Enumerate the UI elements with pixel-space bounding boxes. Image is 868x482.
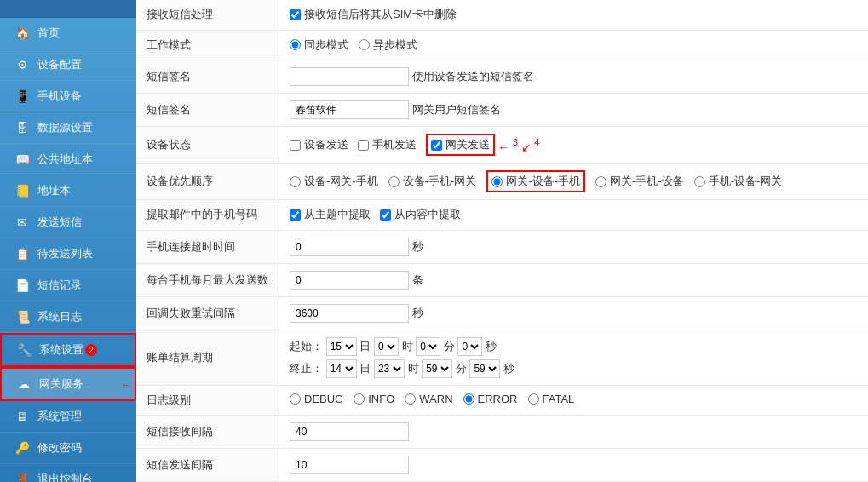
log-debug-label[interactable]: DEBUG bbox=[290, 393, 343, 405]
priority-gateway-phone-device[interactable]: 网关-手机-设备 bbox=[595, 174, 684, 189]
phone-send-text: 手机发送 bbox=[372, 137, 417, 152]
phone-send-label[interactable]: 手机发送 bbox=[358, 137, 417, 152]
priority-radio-3[interactable] bbox=[491, 176, 503, 187]
row-work-mode: 工作模式 同步模式 异步模式 bbox=[136, 30, 868, 60]
sidebar-item-system-settings[interactable]: 🔧 系统设置 2 bbox=[0, 333, 136, 367]
billing-end-min[interactable]: 59 bbox=[422, 359, 452, 378]
sms-sign-device-input[interactable] bbox=[290, 67, 409, 86]
log-fatal-radio[interactable] bbox=[528, 393, 539, 405]
sync-mode-radio[interactable] bbox=[290, 39, 301, 50]
retry-interval-unit: 秒 bbox=[412, 307, 423, 319]
num4-annotation: 4 bbox=[534, 137, 539, 147]
log-debug-radio[interactable] bbox=[290, 393, 301, 405]
billing-start-sec[interactable]: 0 bbox=[457, 337, 482, 356]
label-sms-send-interval: 短信发送间隔 bbox=[136, 448, 279, 481]
log-error-label[interactable]: ERROR bbox=[463, 393, 518, 405]
sms-receive-checkbox-label[interactable]: 接收短信后将其从SIM卡中删除 bbox=[290, 7, 457, 22]
billing-end-day[interactable]: 14 bbox=[326, 359, 357, 378]
log-fatal-label[interactable]: FATAL bbox=[528, 393, 575, 405]
row-log-level: 日志级别 DEBUG INFO WARN bbox=[136, 385, 868, 415]
row-billing-cycle: 账单结算周期 起始： 15 日 0 时 0 分 0 秒 终止： bbox=[136, 330, 868, 385]
priority-gateway-device-phone[interactable]: 网关-设备-手机 bbox=[491, 174, 580, 189]
sidebar-item-datasource[interactable]: 🗄 数据源设置 bbox=[0, 112, 136, 144]
log-info-radio[interactable] bbox=[354, 393, 365, 405]
phone-send-checkbox[interactable] bbox=[358, 140, 369, 151]
sidebar-item-change-password[interactable]: 🔑 修改密码 bbox=[0, 433, 136, 464]
sidebar-item-system-manage[interactable]: 🖥 系统管理 bbox=[0, 401, 136, 433]
sidebar-item-phone-device[interactable]: 📱 手机设备 bbox=[0, 81, 136, 112]
priority-radio-1[interactable] bbox=[290, 176, 301, 187]
row-phone-timeout: 手机连接超时时间 秒 bbox=[136, 230, 868, 263]
sidebar-item-device-config[interactable]: ⚙ 设备配置 bbox=[0, 49, 136, 81]
value-sms-send-interval bbox=[279, 448, 869, 481]
log-warn-label[interactable]: WARN bbox=[405, 393, 452, 405]
phone-timeout-unit: 秒 bbox=[412, 240, 423, 253]
log-warn-radio[interactable] bbox=[405, 393, 416, 405]
label-sms-receive: 接收短信处理 bbox=[136, 0, 279, 30]
billing-end-sec[interactable]: 59 bbox=[469, 359, 500, 378]
sms-sign-gateway-input[interactable] bbox=[290, 100, 409, 119]
main-content: 接收短信处理 接收短信后将其从SIM卡中删除 工作模式 同步模式 bbox=[136, 0, 868, 482]
sidebar-item-system-log[interactable]: 📜 系统日志 bbox=[0, 301, 136, 333]
billing-start-hour[interactable]: 0 bbox=[374, 337, 399, 356]
label-sms-sign-gateway: 短信签名 bbox=[136, 94, 279, 127]
max-send-input[interactable] bbox=[290, 271, 409, 290]
priority-radio-4[interactable] bbox=[595, 176, 606, 187]
billing-start-label: 起始： bbox=[290, 340, 323, 353]
sidebar-item-public-contacts[interactable]: 📖 公共地址本 bbox=[0, 144, 136, 175]
async-mode-radio[interactable] bbox=[359, 39, 370, 50]
billing-start-day[interactable]: 15 bbox=[326, 337, 357, 356]
sidebar-item-pending[interactable]: 📋 待发送列表 bbox=[0, 238, 136, 270]
log-level-group: DEBUG INFO WARN ERROR bbox=[290, 393, 574, 405]
sidebar-item-contacts[interactable]: 📒 地址本 bbox=[0, 175, 136, 207]
extract-subject-label[interactable]: 从主题中提取 bbox=[290, 207, 371, 222]
value-device-priority: 设备-网关-手机 设备-手机-网关 网关-设备-手机 bbox=[279, 164, 869, 200]
gateway-send-box: 网关发送 bbox=[426, 134, 495, 156]
sidebar-item-label: 短信记录 bbox=[37, 278, 82, 293]
logout-icon: 🚪 bbox=[14, 471, 31, 482]
log-icon: 📜 bbox=[14, 308, 31, 325]
gateway-send-label[interactable]: 网关发送 bbox=[431, 137, 490, 152]
priority-device-gateway-phone[interactable]: 设备-网关-手机 bbox=[290, 174, 378, 189]
extract-subject-checkbox[interactable] bbox=[290, 209, 301, 221]
async-mode-label[interactable]: 异步模式 bbox=[359, 37, 417, 53]
retry-interval-input[interactable] bbox=[290, 304, 409, 323]
priority-device-phone-gateway[interactable]: 设备-手机-网关 bbox=[388, 174, 477, 189]
sms-recv-interval-input[interactable] bbox=[290, 422, 409, 441]
settings-icon: 🔧 bbox=[15, 341, 32, 359]
billing-end-hour[interactable]: 23 bbox=[374, 359, 405, 378]
sidebar-item-sms-record[interactable]: 📄 短信记录 bbox=[0, 270, 136, 301]
sync-mode-label[interactable]: 同步模式 bbox=[290, 37, 348, 53]
label-log-level: 日志级别 bbox=[136, 385, 279, 415]
label-billing-cycle: 账单结算周期 bbox=[136, 330, 279, 385]
priority-radio-5[interactable] bbox=[694, 176, 705, 187]
priority-text-2: 设备-手机-网关 bbox=[403, 174, 477, 189]
row-extract-phone: 提取邮件中的手机号码 从主题中提取 从内容中提取 bbox=[136, 200, 868, 231]
sidebar-item-send-sms[interactable]: ✉ 发送短信 bbox=[0, 207, 136, 238]
sms-sign-gateway-hint: 网关用户短信签名 bbox=[412, 103, 501, 116]
sidebar-item-label: 首页 bbox=[37, 26, 60, 41]
extract-content-checkbox[interactable] bbox=[380, 209, 391, 221]
log-error-radio[interactable] bbox=[463, 393, 474, 405]
sidebar-item-label: 系统管理 bbox=[37, 409, 82, 424]
sidebar-item-gateway[interactable]: ☁ 网关服务 ← bbox=[0, 367, 136, 401]
priority-phone-device-gateway[interactable]: 手机-设备-网关 bbox=[694, 174, 783, 189]
sidebar-item-logout[interactable]: 🚪 退出控制台 bbox=[0, 464, 136, 482]
priority-text-1: 设备-网关-手机 bbox=[304, 174, 378, 189]
num3-annotation: 3 bbox=[513, 137, 518, 147]
log-info-label[interactable]: INFO bbox=[354, 393, 394, 405]
sms-send-interval-input[interactable] bbox=[290, 456, 409, 474]
billing-start-min[interactable]: 0 bbox=[416, 337, 440, 356]
device-send-checkbox[interactable] bbox=[290, 140, 301, 151]
phone-timeout-input[interactable] bbox=[290, 238, 409, 256]
gateway-send-checkbox[interactable] bbox=[431, 140, 442, 151]
extract-content-label[interactable]: 从内容中提取 bbox=[380, 207, 461, 222]
priority-radio-2[interactable] bbox=[388, 176, 400, 187]
value-work-mode: 同步模式 异步模式 bbox=[279, 30, 869, 60]
billing-start-row: 起始： 15 日 0 时 0 分 0 秒 bbox=[290, 337, 858, 356]
database-icon: 🗄 bbox=[14, 119, 31, 136]
log-error-text: ERROR bbox=[478, 393, 518, 405]
device-send-label[interactable]: 设备发送 bbox=[290, 137, 348, 152]
sms-receive-checkbox[interactable] bbox=[290, 9, 301, 20]
sidebar-item-home[interactable]: 🏠 首页 bbox=[0, 18, 136, 49]
